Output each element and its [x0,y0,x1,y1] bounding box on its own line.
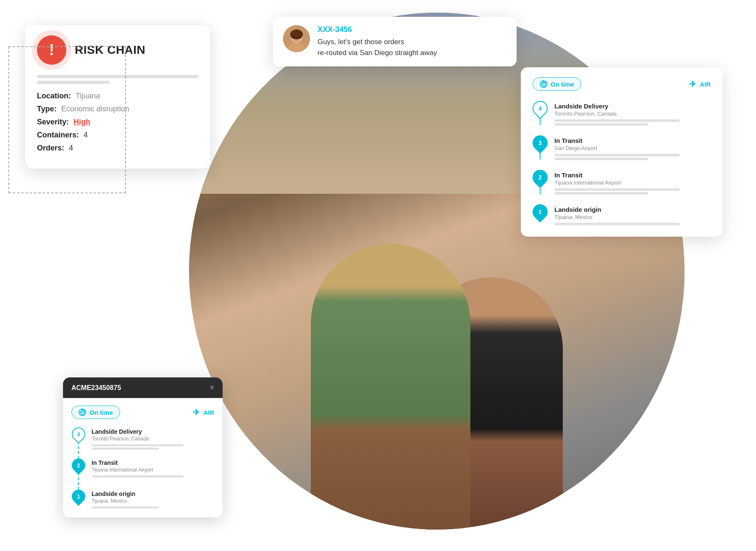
s-bar-3a [92,444,184,446]
gray-line-1 [37,75,198,78]
s-sub-1: Tijuana, Mexico [92,498,214,504]
stop-connector-1: 1 [533,204,548,219]
route-stop-2: 2 In Transit Tijuana International Airpo… [533,170,711,204]
shipment-route-header: ⏱ On time ✈ AIR [71,406,214,419]
on-time-badge-right: ⏱ On time [533,77,581,91]
air-text-shipment: AIR [203,409,214,416]
field-type: Type: Economic disruption [37,105,198,113]
s-info-3: Landside Delivery Toronto Pearson, Canad… [92,427,214,459]
s-pin-num-1: 1 [77,493,80,500]
risk-chain-card: ! RISK CHAIN Location: Tijuana Type: Eco… [25,25,210,169]
stop-bar-2a [554,188,680,191]
stop-subtitle-1: Tijuana, Mexico [554,214,711,220]
s-info-2: In Transit Tijuana International Airport [92,459,214,486]
s-bar-3b [92,448,159,450]
s-bar-1a [92,506,159,509]
value-orders: 4 [69,144,73,152]
stop-info-4: Landside Delivery Toronto Pearson, Canad… [554,101,711,127]
on-time-label-shipment: On time [89,409,113,416]
s-connector-1: 1 [71,490,86,503]
field-orders: Orders: 4 [37,144,198,153]
s-pin-num-3: 3 [77,431,80,438]
s-info-1: Landside origin Tijuana, Mexico [92,490,214,510]
stop-info-2: In Transit Tijuana International Airport [554,170,711,196]
field-location: Location: Tijuana [37,92,198,100]
stop-connector-3: 3 [533,135,548,160]
label-containers: Containers: [37,131,79,139]
field-severity: Severity: High [37,118,198,127]
label-location: Location: [37,92,71,100]
risk-alert-icon: ! [37,35,66,65]
chat-user-id: XXX-3456 [318,25,507,34]
air-label-shipment: ✈ AIR [193,407,214,417]
stop-pin-2: 2 [530,167,551,188]
risk-chain-body: Location: Tijuana Type: Economic disrupt… [25,71,210,169]
plane-icon-right: ✈ [689,79,696,89]
stop-title-4: Landside Delivery [554,103,711,110]
chat-bubble: XXX-3456 Guys, let's get those orders re… [273,17,517,66]
route-card-right: ⏱ On time ✈ AIR 4 Landside Delivery To [521,67,722,237]
label-orders: Orders: [37,144,64,152]
shipment-header: ACME23450875 × [63,377,223,398]
stop-pin-number-1: 1 [538,208,542,215]
s-connector-2: 2 [71,459,86,490]
route-card-right-header: ⏱ On time ✈ AIR [533,77,711,91]
clock-icon-shipment: ⏱ [79,409,86,416]
svg-point-4 [292,36,294,38]
stop-bar-4a [554,119,680,122]
clock-icon-right: ⏱ [540,80,547,88]
route-stops-right: 4 Landside Delivery Toronto Pearson, Can… [533,101,711,227]
s-pin-1: 1 [69,487,88,506]
air-label-right: ✈ AIR [689,79,711,89]
stop-pin-number-2: 2 [538,174,542,181]
s-sub-3: Toronto Pearson, Canada [92,436,214,442]
s-bar-2a [92,475,184,477]
svg-point-2 [290,29,303,40]
s-pin-2: 2 [69,456,88,475]
stop-pin-3: 3 [530,132,551,154]
value-type: Economic disruption [61,105,129,113]
stop-bar-1a [554,223,680,225]
stop-bar-2b [554,192,648,195]
shipment-stop-1: 1 Landside origin Tijuana, Mexico [71,490,214,510]
stop-title-3: In Transit [554,137,711,144]
stop-subtitle-3: San Diego Airport [554,145,711,151]
stop-connector-4: 4 [533,101,548,125]
route-stop-4: 4 Landside Delivery Toronto Pearson, Can… [533,101,711,135]
s-title-2: In Transit [92,459,214,466]
value-severity: High [74,118,90,126]
label-type: Type: [37,105,57,113]
chat-content: XXX-3456 Guys, let's get those orders re… [318,25,507,58]
route-stop-3: 3 In Transit San Diego Airport [533,135,711,170]
risk-chain-header: ! RISK CHAIN [25,25,210,71]
stop-pin-1: 1 [530,201,551,223]
shipment-stops: 3 Landside Delivery Toronto Pearson, Can… [71,427,214,510]
value-containers: 4 [84,131,88,139]
on-time-label-right: On time [551,81,574,88]
gray-line-2 [37,81,110,84]
s-pin-3: 3 [69,424,88,443]
svg-point-5 [299,36,301,38]
avatar [283,25,310,52]
s-pin-num-2: 2 [77,462,80,469]
chat-message: Guys, let's get those orders re-routed v… [318,37,507,58]
avatar-svg [283,25,310,52]
shipment-stop-3: 3 Landside Delivery Toronto Pearson, Can… [71,427,214,459]
stop-bar-3a [554,154,680,156]
s-line-3 [78,442,79,459]
stop-bar-3b [554,158,648,160]
shipment-body: ⏱ On time ✈ AIR 3 [63,398,223,517]
air-text-right: AIR [700,81,711,88]
close-button[interactable]: × [210,383,214,392]
plane-icon-shipment: ✈ [193,407,200,417]
stop-connector-2: 2 [533,170,548,194]
stop-info-1: Landside origin Tijuana, Mexico [554,204,711,227]
s-line-2 [78,473,79,490]
risk-chain-title: RISK CHAIN [75,43,145,57]
on-time-badge-shipment: ⏱ On time [71,406,120,419]
shipment-id: ACME23450875 [71,384,121,392]
decorative-lines [37,75,198,84]
value-location: Tijuana [76,92,100,100]
stop-info-3: In Transit San Diego Airport [554,135,711,161]
shipment-stop-2: 2 In Transit Tijuana International Airpo… [71,459,214,490]
